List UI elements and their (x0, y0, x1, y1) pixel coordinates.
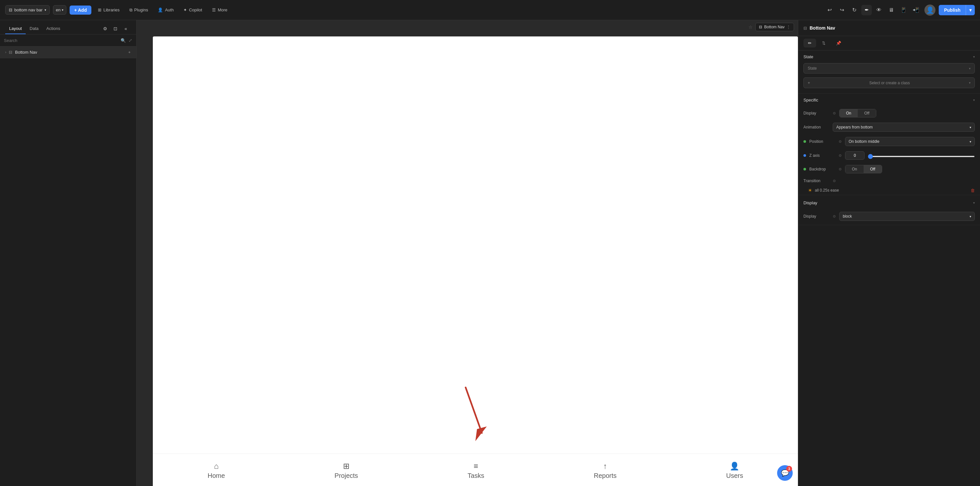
search-input[interactable] (4, 38, 118, 43)
tree-item-label: Bottom Nav (15, 50, 125, 55)
transition-prop-label: Transition (803, 178, 829, 183)
home-label: Home (208, 472, 225, 480)
transition-row: Transition ⚙ (798, 176, 980, 186)
animation-value: Appears from bottom (836, 125, 873, 129)
undo-button[interactable]: ↩ (824, 5, 835, 15)
state-dropdown[interactable]: State ▾ (803, 63, 975, 73)
canvas-component-chip[interactable]: ⊟ Bottom Nav ⋮ (755, 23, 794, 31)
plugins-button[interactable]: ⧉ Plugins (126, 6, 151, 14)
zaxis-input[interactable] (845, 151, 865, 160)
nav-item-projects[interactable]: ⊞ Projects (334, 462, 358, 480)
avatar[interactable]: 👤 (924, 5, 935, 16)
avatar-img: 👤 (926, 6, 934, 14)
libraries-button[interactable]: ⊞ Libraries (95, 6, 123, 14)
publish-button[interactable]: Publish ▾ (939, 5, 975, 15)
hamburger-icon: ☰ (212, 8, 216, 12)
backdrop-link-icon[interactable]: ⚙ (838, 167, 842, 171)
reports-label: Reports (594, 472, 616, 480)
backdrop-prop-label: Backdrop (809, 167, 835, 171)
backdrop-on-button[interactable]: On (845, 165, 864, 173)
lang-label: en (56, 8, 60, 12)
edit-icon: ✏ (808, 41, 811, 46)
nav-item-home[interactable]: ⌂ Home (208, 462, 225, 480)
tablet-button[interactable]: 📱 (898, 5, 909, 15)
tab-layout[interactable]: Layout (5, 24, 26, 34)
nav-item-reports[interactable]: ↑ Reports (594, 462, 616, 480)
nav-item-users[interactable]: 👤 Users (726, 462, 743, 480)
tree-item-bottom-nav[interactable]: › ⊟ Bottom Nav ✦ (0, 46, 136, 58)
state-dropdown-text: State (808, 66, 817, 70)
add-button-label: + Add (74, 8, 87, 13)
lang-select[interactable]: en ▾ (53, 5, 66, 14)
zaxis-row: Z axis ⚙ (798, 149, 980, 163)
copy-icon[interactable]: ⊡ (110, 24, 121, 34)
mobile-button[interactable]: 📲 (911, 5, 921, 15)
topbar-left: ⊟ bottom nav bar ▾ en ▾ + Add ⊞ Librarie… (5, 5, 820, 14)
tab-actions[interactable]: Actions (43, 24, 64, 34)
libraries-icon: ⊞ (98, 8, 102, 12)
preview-button[interactable]: 👁 (874, 5, 884, 15)
zaxis-link-icon[interactable]: ⚙ (838, 153, 842, 158)
display-type-dropdown[interactable]: block ▾ (839, 212, 975, 221)
display-section-header[interactable]: Display ▾ (798, 196, 980, 209)
tab-data[interactable]: Data (26, 24, 42, 34)
auth-button[interactable]: 👤 Auth (154, 6, 177, 14)
tasks-icon: ≡ (474, 462, 478, 471)
rp-tab-sort[interactable]: ⇅ (818, 39, 830, 48)
rp-tab-pin[interactable]: 📌 (831, 39, 846, 48)
copilot-label: Copilot (189, 8, 202, 12)
display-section: Display ▾ Display ⚙ block ▾ (798, 195, 980, 225)
delete-transition-icon[interactable]: 🗑 (970, 188, 975, 193)
search-bar: 🔍 ⤢ (0, 35, 136, 46)
settings-icon[interactable]: ⚙ (100, 24, 110, 34)
right-panel-component-icon: ⊟ (803, 26, 807, 30)
refresh-button[interactable]: ↻ (849, 5, 859, 15)
animation-prop-row: Animation Appears from bottom ▾ (798, 120, 980, 134)
copilot-icon: ✦ (183, 8, 187, 12)
specific-section-header[interactable]: Specific ▾ (798, 94, 980, 107)
chip-more-icon[interactable]: ⋮ (786, 25, 791, 29)
backdrop-off-button[interactable]: Off (864, 165, 882, 173)
add-button[interactable]: + Add (70, 6, 91, 14)
tree-chevron-icon: › (5, 50, 6, 54)
display-link-icon[interactable]: ⚙ (833, 111, 836, 115)
animation-dropdown[interactable]: Appears from bottom ▾ (833, 123, 975, 132)
specific-section: Specific ▾ Display ⚙ On Off Animation Ap… (798, 94, 980, 195)
collapse-icon[interactable]: « (121, 24, 131, 34)
class-select[interactable]: + Select or create a class ▾ (803, 77, 975, 88)
sort-icon: ⇅ (822, 41, 826, 46)
position-link-icon[interactable]: ⚙ (838, 140, 842, 144)
project-name[interactable]: ⊟ bottom nav bar ▾ (5, 5, 50, 14)
display-on-button[interactable]: On (840, 109, 858, 117)
zaxis-slider[interactable] (868, 153, 975, 158)
backdrop-toggle-group: On Off (845, 165, 882, 174)
lang-chevron-icon: ▾ (62, 8, 64, 12)
display-type-label: Display (803, 214, 829, 218)
zaxis-range[interactable] (868, 156, 975, 157)
state-section-header[interactable]: State ▾ (798, 50, 980, 63)
position-prop-label: Position (809, 139, 835, 144)
more-button[interactable]: ☰ More (209, 6, 231, 14)
pin-icon: 📌 (836, 41, 841, 46)
display-prop-row: Display ⚙ On Off (798, 107, 980, 120)
users-label: Users (726, 472, 743, 480)
display-off-button[interactable]: Off (858, 109, 876, 117)
tasks-label: Tasks (468, 472, 484, 480)
display-type-link-icon[interactable]: ⚙ (833, 214, 836, 218)
svg-marker-1 (476, 427, 487, 441)
copilot-button[interactable]: ✦ Copilot (180, 6, 205, 14)
canvas-star-icon[interactable]: ☆ (748, 24, 753, 30)
canvas-frame: ⌂ Home ⊞ Projects ≡ Tasks ↑ Reports 👤 (153, 37, 798, 486)
nav-item-tasks[interactable]: ≡ Tasks (468, 462, 484, 480)
position-dropdown[interactable]: On bottom middle ▾ (845, 137, 975, 146)
transition-link-icon[interactable]: ⚙ (833, 179, 836, 183)
publish-chevron-icon[interactable]: ▾ (966, 5, 975, 15)
redo-button[interactable]: ↪ (837, 5, 847, 15)
notification-badge[interactable]: 💬 3 (777, 465, 793, 481)
rp-tab-edit[interactable]: ✏ (803, 39, 816, 48)
bottom-nav-bar: ⌂ Home ⊞ Projects ≡ Tasks ↑ Reports 👤 (153, 454, 798, 486)
pen-button[interactable]: ✒ (861, 5, 872, 15)
right-panel-title: Bottom Nav (810, 25, 835, 30)
tree-item-settings-icon[interactable]: ✦ (128, 50, 131, 55)
desktop-button[interactable]: 🖥 (886, 5, 896, 15)
